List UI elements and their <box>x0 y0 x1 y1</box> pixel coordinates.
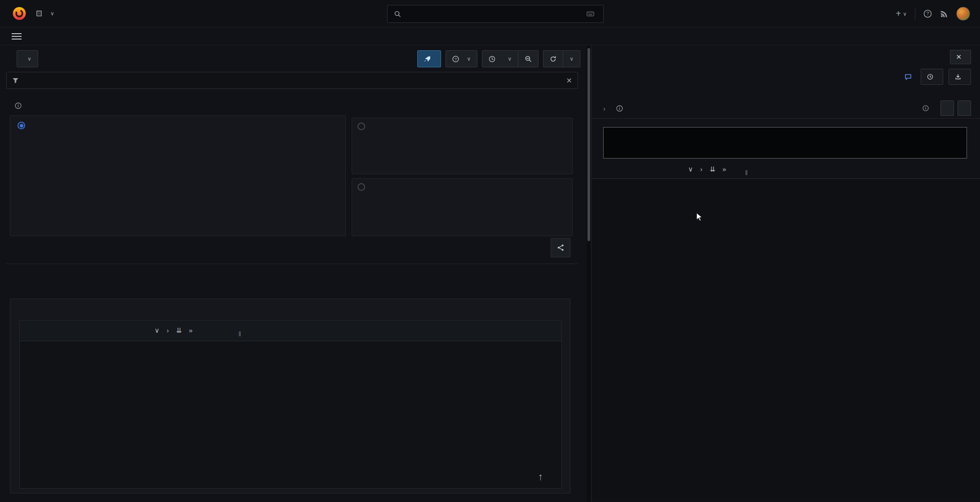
trace-id-button[interactable] <box>921 69 943 85</box>
collapse-all-icon[interactable]: ⇊ <box>710 165 715 173</box>
divider <box>915 8 915 20</box>
column-resize-handle[interactable]: ‖ <box>238 330 242 338</box>
preview-button[interactable] <box>417 50 441 67</box>
trace-minimap[interactable] <box>603 127 967 159</box>
structure-panel: ∨ › ⇊ » ‖ <box>10 299 570 493</box>
need-help-button[interactable]: ? ∨ <box>446 50 478 67</box>
share-icon <box>557 244 565 251</box>
chevron-down-icon: ∨ <box>50 10 54 17</box>
keyboard-icon <box>587 11 594 17</box>
structure-table-header: ∨ › ⇊ » ‖ <box>20 321 561 341</box>
trace-filter-bar: ✕ <box>6 72 578 89</box>
next-button[interactable] <box>958 101 971 116</box>
column-resize-handle[interactable]: ‖ <box>745 169 748 176</box>
refresh-interval-dropdown[interactable]: ∨ <box>563 50 580 67</box>
span-count <box>918 105 929 111</box>
chevron-down-icon: ∨ <box>903 11 907 17</box>
refresh-icon <box>550 56 556 62</box>
chevron-down-icon: ∨ <box>467 56 471 62</box>
chevron-down-icon: ∨ <box>27 56 31 62</box>
zoom-out-button[interactable] <box>518 50 539 67</box>
filter-icon <box>12 77 19 84</box>
svg-text:?: ? <box>455 57 457 61</box>
expand-all-icon[interactable]: » <box>723 165 726 173</box>
duration-heatmap[interactable] <box>393 182 565 227</box>
info-circle-icon[interactable] <box>15 102 22 109</box>
chevron-right-icon[interactable]: › <box>700 165 702 173</box>
search-icon <box>394 10 401 18</box>
chevron-down-icon: ∨ <box>508 56 512 62</box>
divider <box>592 118 980 119</box>
explore-pane: ∨ ? ∨ <box>0 45 587 502</box>
expand-all-icon[interactable]: » <box>189 326 193 335</box>
info-circle-icon <box>923 105 929 111</box>
breadcrumb-bar <box>0 27 980 45</box>
duration-panel <box>352 178 573 236</box>
pane-scrollbar[interactable] <box>587 45 591 502</box>
trace-span-tree <box>592 179 980 499</box>
trace-drawer: ✕ <box>591 45 980 502</box>
time-range-picker[interactable]: ∨ <box>482 50 518 67</box>
avatar[interactable] <box>956 7 970 21</box>
export-button[interactable] <box>949 69 971 85</box>
datasource-picker[interactable]: ∨ <box>17 50 38 67</box>
clock-icon <box>927 74 933 80</box>
comment-icon <box>905 73 912 80</box>
query-toolbar: ∨ ? ∨ <box>11 50 580 68</box>
export-icon <box>955 74 961 80</box>
org-icon <box>36 10 42 17</box>
rate-chart[interactable] <box>393 132 565 161</box>
structure-rows <box>20 341 561 489</box>
minimap-axis <box>603 120 967 126</box>
help-button[interactable]: ? <box>923 9 932 18</box>
collapse-all-icon[interactable]: ⇊ <box>176 326 182 335</box>
clear-filters-icon[interactable]: ✕ <box>566 76 572 85</box>
zoom-out-icon <box>525 55 532 62</box>
errors-rate-panel <box>10 115 346 236</box>
duration-radio[interactable] <box>358 183 365 191</box>
menu-icon[interactable] <box>12 33 22 40</box>
scroll-to-top-button[interactable]: ↑ <box>538 471 543 483</box>
top-nav-actions: +∨ ? <box>896 0 970 27</box>
search-input[interactable] <box>387 5 604 23</box>
collapse-one-icon[interactable]: ∨ <box>155 326 159 335</box>
chevron-down-icon[interactable]: ∨ <box>688 165 693 173</box>
errors-rate-radio[interactable] <box>18 122 25 129</box>
news-button[interactable] <box>940 10 948 18</box>
trace-tree-header: ∨ › ⇊ » ‖ <box>592 160 980 179</box>
top-nav: ∨ +∨ ? <box>0 0 980 27</box>
rate-panel <box>352 118 573 174</box>
keyboard-shortcut <box>587 11 597 17</box>
expand-one-icon[interactable]: › <box>167 326 169 335</box>
scrollbar-thumb[interactable] <box>587 48 590 241</box>
rate-radio[interactable] <box>358 123 365 130</box>
add-button[interactable]: +∨ <box>896 9 907 19</box>
tabs <box>15 243 570 264</box>
grafana-logo[interactable] <box>12 6 27 21</box>
share-button[interactable] <box>551 238 570 257</box>
errors-chart[interactable] <box>49 159 340 221</box>
clock-icon <box>489 56 495 62</box>
span-filters-toggle[interactable]: › <box>603 105 623 112</box>
svg-text:?: ? <box>927 11 929 16</box>
prev-button[interactable] <box>940 101 954 116</box>
refresh-button[interactable] <box>543 50 563 67</box>
chevron-right-icon: › <box>603 105 605 112</box>
give-feedback-link[interactable] <box>905 73 915 80</box>
rocket-icon <box>424 56 430 62</box>
main-content: ∨ ? ∨ <box>0 45 980 502</box>
org-switcher[interactable]: ∨ <box>36 10 54 17</box>
tabs-divider <box>6 264 578 264</box>
close-icon: ✕ <box>956 53 962 61</box>
structure-table: ∨ › ⇊ » ‖ <box>19 320 562 489</box>
close-button[interactable]: ✕ <box>950 50 971 64</box>
metric-type-label <box>11 102 22 109</box>
info-circle-icon <box>616 105 623 112</box>
question-circle-icon: ? <box>452 56 459 62</box>
